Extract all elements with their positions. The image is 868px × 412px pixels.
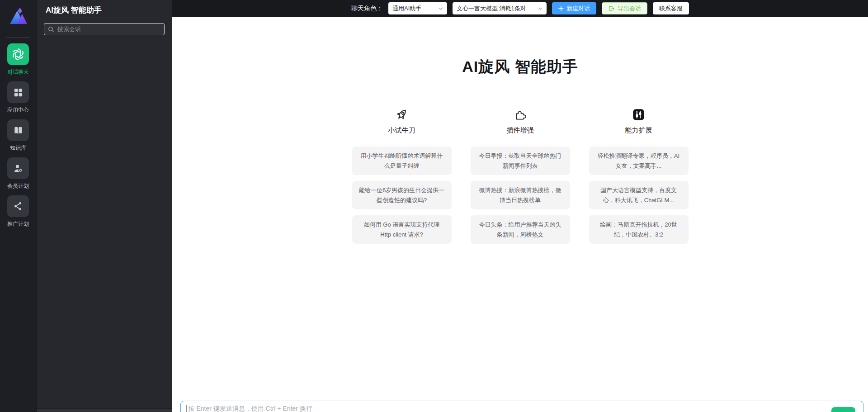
left-rail: 对话聊天 应用中心 知识库 会员计划 — [0, 0, 36, 412]
paper-plane-icon — [840, 411, 847, 412]
rail-divider — [6, 37, 30, 38]
suggestion-card[interactable]: 如何用 Go 语言实现支持代理 Http client 请求? — [352, 215, 452, 244]
sidebar-item-label: 知识库 — [10, 145, 26, 152]
suggestion-card[interactable]: 轻松扮演翻译专家，程序员，AI女友，文案高手... — [589, 147, 689, 175]
chatgpt-icon — [7, 43, 29, 65]
role-select-value: 通用AI助手 — [392, 5, 421, 13]
sidebar-item-chat[interactable]: 对话聊天 — [7, 43, 29, 76]
chat-role-label: 聊天角色： — [351, 5, 383, 13]
contact-support-label: 联系客服 — [659, 5, 683, 13]
section-quick-try: 小试牛刀 用小学生都能听懂的术语解释什么是量子纠缠 能给一位6岁男孩的生日会提供… — [352, 107, 452, 244]
export-chat-label: 导出会话 — [618, 5, 641, 13]
session-search[interactable] — [44, 23, 165, 35]
suggestion-card[interactable]: 能给一位6岁男孩的生日会提供一些创造性的建议吗? — [352, 181, 452, 209]
search-input[interactable] — [57, 26, 160, 33]
sidebar-item-label: 推广计划 — [7, 221, 29, 227]
export-icon — [608, 5, 615, 12]
card-list: 用小学生都能听懂的术语解释什么是量子纠缠 能给一位6岁男孩的生日会提供一些创造性… — [352, 147, 452, 244]
contact-support-button[interactable]: 联系客服 — [653, 2, 689, 14]
chat-main: AI旋风 智能助手 小试牛刀 用小学生都能听懂的术语解释什么是量子纠缠 能给一位… — [172, 17, 868, 412]
rocket-icon — [395, 107, 409, 122]
suggestion-card[interactable]: 用小学生都能听懂的术语解释什么是量子纠缠 — [352, 147, 452, 175]
member-vip-icon — [7, 157, 29, 179]
suggestion-card[interactable]: 绘画：马斯克开拖拉机，20世纪，中国农村。3:2 — [589, 215, 689, 244]
send-button[interactable] — [831, 407, 855, 412]
sidebar-item-apps[interactable]: 应用中心 — [7, 81, 29, 114]
plus-icon — [558, 6, 564, 11]
page-title: AI旋风 智能助手 — [172, 57, 868, 77]
section-title: 能力扩展 — [625, 126, 652, 135]
chevron-down-icon — [439, 7, 443, 10]
search-icon — [48, 26, 54, 33]
section-title: 小试牛刀 — [388, 126, 415, 135]
section-title: 插件增强 — [507, 126, 534, 135]
sidebar-item-label: 会员计划 — [7, 183, 29, 189]
suggestion-card[interactable]: 今日头条：给用户推荐当天的头条新闻，周榜热文 — [471, 215, 570, 244]
suggestion-card[interactable]: 今日早报：获取当天全球的热门新闻事件列表 — [471, 147, 570, 175]
sidebar-item-knowledge[interactable]: 知识库 — [7, 119, 29, 152]
message-input[interactable] — [189, 405, 858, 412]
sidebar-item-membership[interactable]: 会员计划 — [7, 157, 29, 189]
share-icon — [7, 195, 29, 217]
suggestion-card[interactable]: 微博热搜：新浪微博热搜榜，微博当日热搜榜单 — [471, 181, 570, 209]
puzzle-icon — [514, 107, 527, 122]
book-icon — [7, 119, 29, 141]
grid-icon — [7, 81, 29, 103]
suggestion-sections: 小试牛刀 用小学生都能听懂的术语解释什么是量子纠缠 能给一位6岁男孩的生日会提供… — [172, 107, 868, 244]
new-chat-button[interactable]: 新建对话 — [552, 2, 596, 14]
sliders-icon — [632, 107, 645, 122]
section-plugins: 插件增强 今日早报：获取当天全球的热门新闻事件列表 微博热搜：新浪微博热搜榜，微… — [471, 107, 570, 244]
message-composer[interactable] — [180, 401, 863, 412]
role-select[interactable]: 通用AI助手 — [388, 2, 447, 14]
new-chat-label: 新建对话 — [566, 5, 590, 13]
model-select[interactable]: 文心一言大模型 消耗1条对 — [453, 2, 547, 14]
topbar: 聊天角色： 通用AI助手 文心一言大模型 消耗1条对 新建对话 导出会话 联 — [172, 0, 868, 17]
app-title: AI旋风 智能助手 — [37, 0, 172, 20]
export-chat-button[interactable]: 导出会话 — [602, 2, 647, 14]
card-list: 轻松扮演翻译专家，程序员，AI女友，文案高手... 国产大语言模型支持，百度文心… — [589, 147, 689, 244]
text-caret — [186, 405, 187, 412]
sidebar-scrollbar[interactable] — [37, 408, 172, 412]
sidebar-item-label: 对话聊天 — [7, 69, 29, 76]
card-list: 今日早报：获取当天全球的热门新闻事件列表 微博热搜：新浪微博热搜榜，微博当日热搜… — [471, 147, 570, 244]
sidebar-item-referral[interactable]: 推广计划 — [7, 195, 29, 227]
model-select-value: 文心一言大模型 消耗1条对 — [457, 5, 526, 13]
sidebar-item-label: 应用中心 — [7, 107, 29, 114]
suggestion-card[interactable]: 国产大语言模型支持，百度文心，科大讯飞，ChatGLM... — [589, 181, 689, 209]
ai-xuanfeng-logo — [8, 6, 28, 26]
chevron-down-icon — [538, 7, 542, 10]
session-sidebar: AI旋风 智能助手 — [36, 0, 172, 412]
section-capabilities: 能力扩展 轻松扮演翻译专家，程序员，AI女友，文案高手... 国产大语言模型支持… — [589, 107, 689, 244]
